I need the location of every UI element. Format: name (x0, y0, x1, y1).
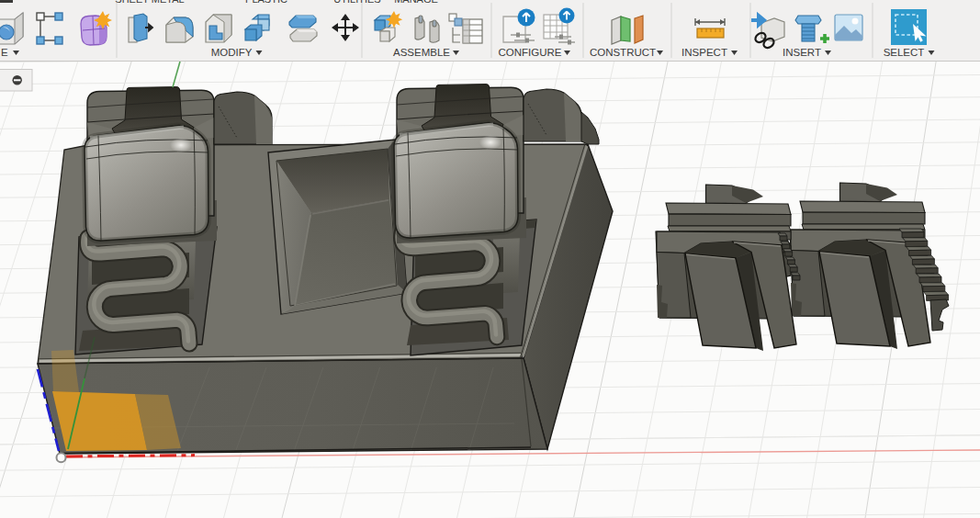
svg-text:CONSTRUCT: CONSTRUCT (590, 47, 656, 58)
svg-text:UTILITIES: UTILITIES (333, 0, 380, 5)
svg-text:CONFIGURE: CONFIGURE (499, 47, 562, 58)
svg-text:MODIFY: MODIFY (211, 47, 253, 58)
svg-text:SHEET METAL: SHEET METAL (115, 0, 184, 5)
svg-text:PLASTIC: PLASTIC (245, 0, 287, 5)
svg-text:E: E (1, 47, 8, 58)
svg-text:ASSEMBLE: ASSEMBLE (393, 47, 450, 58)
svg-text:INSPECT: INSPECT (681, 47, 727, 58)
svg-text:SELECT: SELECT (884, 47, 925, 58)
svg-text:INSERT: INSERT (783, 47, 821, 58)
svg-text:MANAGE: MANAGE (394, 0, 438, 5)
